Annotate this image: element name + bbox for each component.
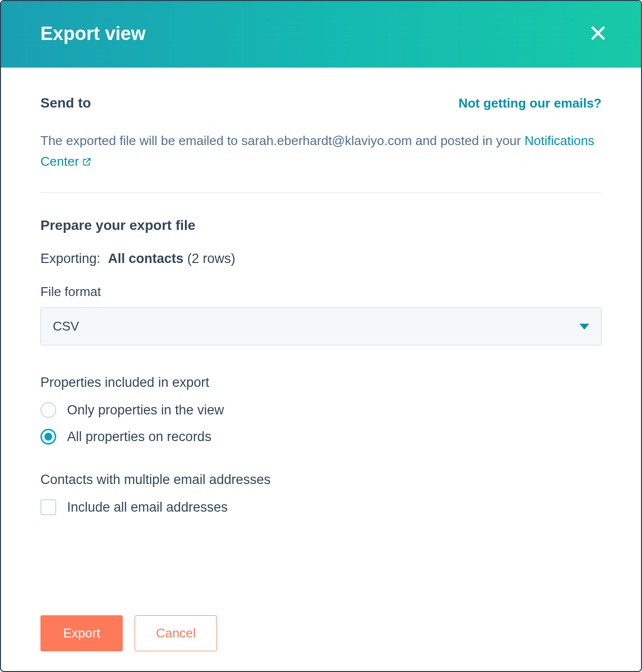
exporting-count: (2 rows) — [187, 251, 236, 266]
export-button[interactable]: Export — [40, 615, 123, 651]
multiple-emails-title: Contacts with multiple email addresses — [40, 472, 602, 487]
close-icon — [589, 24, 607, 42]
radio-all-properties[interactable]: All properties on records — [40, 429, 602, 445]
exporting-value: All contacts — [108, 251, 183, 266]
radio-dot-icon — [44, 433, 52, 441]
file-format-label: File format — [40, 284, 602, 299]
close-button[interactable] — [585, 20, 611, 48]
desc-prefix: The exported file will be emailed to — [40, 133, 242, 148]
radio-label: All properties on records — [67, 429, 212, 445]
checkbox-label: Include all email addresses — [67, 500, 228, 515]
file-format-select[interactable]: CSV — [40, 307, 602, 345]
dialog-footer: Export Cancel — [40, 615, 217, 651]
file-format-value: CSV — [53, 319, 79, 334]
send-to-row: Send to Not getting our emails? — [40, 95, 602, 111]
external-link-icon — [82, 152, 92, 173]
dialog-body: Send to Not getting our emails? The expo… — [1, 68, 641, 535]
checkbox-icon — [40, 499, 56, 515]
send-to-label: Send to — [40, 95, 91, 111]
radio-label: Only properties in the view — [67, 403, 224, 418]
radio-icon — [40, 402, 56, 418]
divider — [40, 192, 602, 193]
desc-mid: and posted in your — [412, 133, 524, 148]
include-all-emails-checkbox[interactable]: Include all email addresses — [40, 499, 602, 515]
send-to-description: The exported file will be emailed to sar… — [40, 131, 602, 173]
properties-title: Properties included in export — [40, 375, 602, 390]
dialog-title: Export view — [40, 23, 145, 44]
file-format-select-wrap: CSV — [40, 307, 602, 345]
exporting-label: Exporting: — [40, 251, 101, 266]
radio-icon — [40, 429, 56, 445]
desc-email: sarah.eberhardt@klaviyo.com — [242, 133, 412, 148]
exporting-row: Exporting: All contacts (2 rows) — [40, 251, 602, 266]
chevron-down-icon — [579, 324, 589, 330]
prepare-title: Prepare your export file — [40, 218, 602, 233]
cancel-button[interactable]: Cancel — [135, 615, 217, 651]
not-getting-emails-link[interactable]: Not getting our emails? — [459, 96, 602, 111]
properties-radio-group: Only properties in the view All properti… — [40, 402, 602, 445]
radio-only-view-properties[interactable]: Only properties in the view — [40, 402, 602, 418]
dialog-header: Export view — [1, 1, 641, 68]
